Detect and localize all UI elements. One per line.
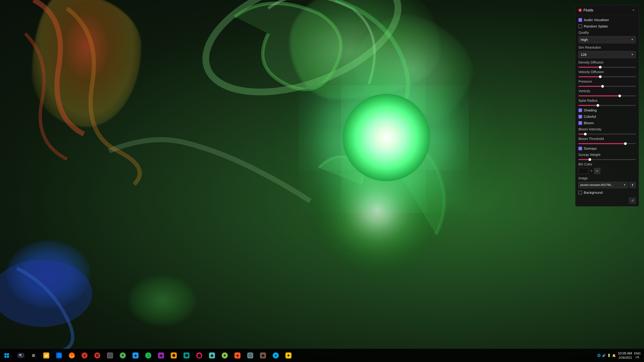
image-row: pexels-neosiam-601798... ▼ ⬆ — [578, 182, 636, 188]
taskbar-app-9[interactable]: ✦ — [117, 350, 129, 362]
image-upload-button[interactable]: ⬆ — [629, 182, 636, 188]
svg-point-1 — [0, 260, 92, 327]
taskbar-app-10[interactable]: ◈ — [130, 350, 142, 362]
shading-label: Shading — [584, 108, 597, 112]
background-check[interactable] — [578, 191, 582, 194]
background-label: Background — [584, 191, 602, 195]
reload-icon: ↺ — [631, 199, 634, 202]
shading-checkbox[interactable]: Shading — [578, 108, 636, 112]
taskbar-app-8[interactable]: ⬡ — [104, 350, 116, 362]
region-text: US — [634, 356, 641, 359]
quality-value: High — [580, 38, 588, 42]
taskbar-app-taskview[interactable]: ⊞ — [28, 350, 40, 362]
random-splats-checkbox[interactable]: Random Splats — [578, 24, 636, 28]
audio-visualiser-label: Audio Visualiser — [584, 18, 609, 22]
taskbar-app-19[interactable]: ⬡ — [244, 350, 256, 362]
bloom-intensity-slider[interactable] — [578, 134, 636, 135]
vorticity-section: Vorticity — [578, 89, 636, 96]
taskbar-app-22[interactable]: ★ — [282, 350, 294, 362]
notification-icon[interactable]: 🔔 — [612, 354, 616, 357]
sim-resolution-arrow: ▼ — [631, 53, 634, 56]
taskbar-app-16[interactable]: ◆ — [206, 350, 218, 362]
pressure-thumb[interactable] — [601, 85, 604, 88]
density-diffusion-thumb[interactable] — [599, 66, 602, 68]
colorful-check[interactable] — [578, 115, 582, 118]
taskbar-app-12[interactable]: ◉ — [155, 350, 167, 362]
taskbar-app-20[interactable]: ◉ — [257, 350, 269, 362]
volume-icon[interactable]: 🔊 — [602, 354, 606, 357]
vorticity-label: Vorticity — [578, 89, 636, 93]
splat-radius-label: Splat Radius — [578, 99, 636, 103]
splat-radius-thumb[interactable] — [596, 104, 599, 107]
reload-button[interactable]: ↺ — [629, 198, 636, 204]
taskbar-apps: 🔍 ⊞ 📁 🌐 🦊 ♦ ✿ ⬡ ✦ ◈ ♫ — [14, 350, 594, 362]
panel-close-button[interactable]: × — [631, 7, 636, 13]
bloom-check[interactable] — [578, 121, 582, 125]
sunrays-checkbox[interactable]: Sunrays — [578, 146, 636, 150]
bloom-intensity-thumb[interactable] — [584, 133, 587, 135]
bloom-label: Bloom — [584, 121, 594, 125]
velocity-diffusion-slider[interactable] — [578, 76, 636, 77]
taskbar-clock[interactable]: 10:05 AM 2/26/2021 — [618, 351, 632, 360]
bg-color-swatch[interactable] — [578, 168, 588, 174]
network-icon[interactable]: 🌐 — [597, 354, 601, 357]
bg-color-section: BG Color ▼ ✏ — [578, 162, 636, 174]
bloom-threshold-section: Bloom Threshold — [578, 137, 636, 144]
eyedropper-button[interactable]: ✏ — [594, 168, 600, 174]
taskbar-app-6[interactable]: ♦ — [78, 350, 90, 362]
clock-time: 10:05 AM — [618, 351, 632, 356]
taskview-icon: ⊞ — [32, 353, 35, 358]
random-splats-check[interactable] — [578, 24, 582, 28]
shading-check[interactable] — [578, 108, 582, 112]
background-checkbox[interactable]: Background — [578, 191, 636, 195]
bloom-checkbox[interactable]: Bloom — [578, 121, 636, 125]
language-indicator[interactable]: ENG US — [634, 352, 641, 359]
sunray-weight-thumb[interactable] — [588, 158, 591, 161]
image-section: Image pexels-neosiam-601798... ▼ ⬆ — [578, 176, 636, 188]
taskbar-app-15[interactable]: ⬤ — [193, 350, 205, 362]
vorticity-thumb[interactable] — [618, 94, 621, 97]
colorful-label: Colorful — [584, 115, 596, 119]
taskbar-app-18[interactable]: ◈ — [232, 350, 244, 362]
clock-date: 2/26/2021 — [618, 356, 632, 360]
taskbar-app-fileexplorer[interactable]: 📁 — [40, 350, 52, 362]
quality-dropdown[interactable]: High ▼ — [578, 36, 636, 43]
taskbar-app-17[interactable]: ★ — [219, 350, 231, 362]
sunray-weight-label: Sunray Weight — [578, 153, 636, 157]
image-dropdown[interactable]: pexels-neosiam-601798... ▼ — [578, 182, 628, 188]
taskbar-app-21[interactable]: ♦ — [270, 350, 282, 362]
velocity-diffusion-thumb[interactable] — [599, 75, 602, 78]
taskbar-app-14[interactable]: ⬢ — [180, 350, 192, 362]
splat-radius-slider[interactable] — [578, 105, 636, 106]
glow-orb — [343, 94, 430, 181]
image-value: pexels-neosiam-601798... — [580, 183, 613, 187]
vorticity-slider[interactable] — [578, 95, 636, 96]
sunray-weight-section: Sunray Weight — [578, 153, 636, 160]
taskbar-app-13[interactable]: ⬟ — [168, 350, 180, 362]
svg-rect-5 — [4, 356, 6, 358]
sim-resolution-value: 128 — [580, 53, 586, 57]
sunray-weight-slider[interactable] — [578, 159, 636, 160]
density-diffusion-slider[interactable] — [578, 67, 636, 68]
panel-body: Audio Visualiser Random Splats Quality H… — [576, 15, 639, 206]
taskbar-app-search[interactable]: 🔍 — [15, 350, 27, 362]
bloom-threshold-slider[interactable] — [578, 143, 636, 144]
random-splats-label: Random Splats — [584, 24, 608, 28]
bloom-threshold-thumb[interactable] — [624, 142, 627, 145]
taskbar-app-spotify[interactable]: ♫ — [142, 350, 154, 362]
sim-resolution-dropdown[interactable]: 128 ▼ — [578, 51, 636, 58]
svg-rect-6 — [7, 356, 9, 358]
fluid-swirls-svg — [0, 0, 644, 362]
audio-visualiser-checkbox[interactable]: Audio Visualiser — [578, 18, 636, 22]
start-button[interactable] — [0, 349, 14, 362]
audio-visualiser-check[interactable] — [578, 18, 582, 22]
taskbar-app-firefox[interactable]: 🦊 — [66, 350, 78, 362]
pressure-slider[interactable] — [578, 86, 636, 87]
system-tray-icons: 🌐 🔊 🔋 🔔 — [597, 354, 616, 357]
battery-icon[interactable]: 🔋 — [607, 354, 611, 357]
colorful-checkbox[interactable]: Colorful — [578, 115, 636, 119]
taskbar-app-7[interactable]: ✿ — [91, 350, 103, 362]
image-dropdown-arrow: ▼ — [623, 184, 626, 187]
sunrays-check[interactable] — [578, 147, 582, 150]
taskbar-app-edge[interactable]: 🌐 — [53, 350, 65, 362]
